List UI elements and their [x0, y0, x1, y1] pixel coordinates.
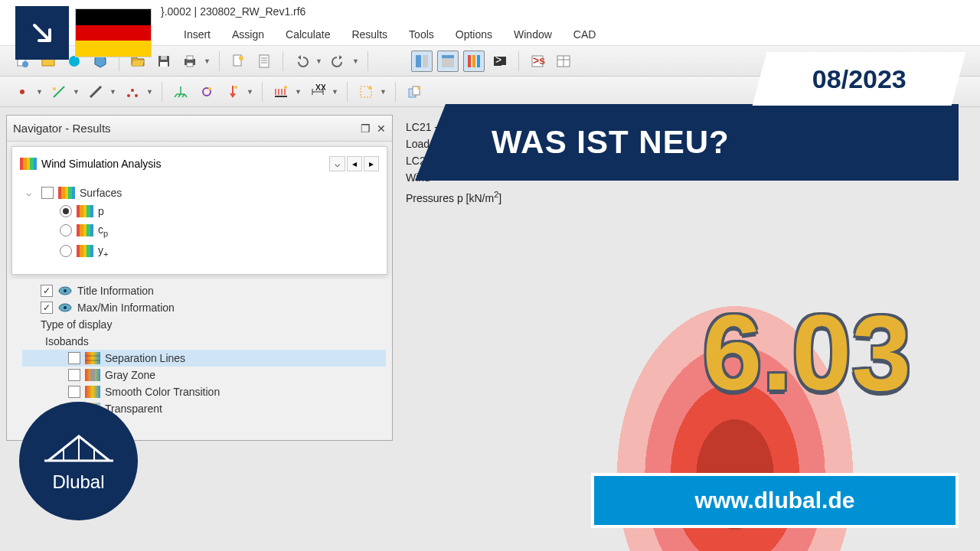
nodes-icon[interactable] — [122, 81, 143, 103]
dropdown-icon[interactable]: ▼ — [380, 88, 387, 96]
svg-point-50 — [417, 86, 420, 90]
expand-icon[interactable]: ⌵ — [26, 187, 37, 198]
node-icon[interactable] — [11, 81, 33, 103]
dimension-icon[interactable]: xx — [307, 81, 328, 103]
menu-cad[interactable]: CAD — [573, 28, 596, 41]
dropdown-icon[interactable]: ▼ — [295, 88, 302, 96]
gradient-icon — [85, 369, 100, 381]
dropdown-icon[interactable]: ▼ — [146, 88, 154, 96]
svg-rect-5 — [160, 62, 168, 67]
tree-label: p — [98, 205, 104, 217]
tree-yplus[interactable]: y+ — [26, 241, 373, 262]
url-text: www.dlubal.de — [695, 487, 855, 514]
url-banner: www.dlubal.de — [591, 473, 959, 528]
dropdown-icon[interactable]: ▼ — [352, 57, 360, 65]
panel2-icon[interactable] — [437, 51, 459, 72]
tree-gray-zone[interactable]: Gray Zone — [22, 367, 386, 383]
tree-type-display[interactable]: Type of display — [22, 316, 386, 333]
tree-cp[interactable]: cp — [26, 220, 373, 241]
svg-point-35 — [135, 94, 138, 97]
dropdown-icon[interactable]: ▼ — [247, 88, 254, 96]
svg-point-31 — [53, 87, 56, 90]
results-icon — [77, 205, 93, 217]
script-icon[interactable]: >sc — [527, 51, 548, 72]
menu-tools[interactable]: Tools — [409, 28, 434, 41]
svg-rect-8 — [187, 63, 193, 67]
svg-rect-20 — [472, 55, 475, 67]
checkbox[interactable] — [41, 285, 53, 297]
dropdown-icon[interactable]: ▼ — [315, 57, 323, 65]
load-point-icon[interactable] — [222, 81, 243, 103]
dropdown-icon[interactable]: ▼ — [332, 88, 339, 96]
undo-icon[interactable] — [291, 51, 312, 72]
checkbox[interactable] — [68, 369, 80, 381]
tree-p[interactable]: p — [26, 202, 373, 220]
next-icon[interactable]: ▸ — [364, 156, 379, 171]
print-icon[interactable] — [179, 51, 201, 72]
panel1-icon[interactable] — [411, 51, 433, 72]
tree-maxmin-info[interactable]: Max/Min Information — [22, 299, 386, 316]
menu-assign[interactable]: Assign — [232, 28, 264, 41]
checkbox[interactable] — [41, 302, 53, 314]
tree-label: Smooth Color Transition — [105, 386, 220, 398]
tree-surfaces[interactable]: ⌵Surfaces — [26, 184, 373, 202]
svg-rect-60 — [85, 386, 100, 398]
checkbox[interactable] — [68, 386, 80, 398]
member-icon[interactable] — [85, 81, 106, 103]
new-doc-icon[interactable] — [227, 51, 249, 72]
close-icon[interactable]: ✕ — [377, 122, 386, 135]
support-icon[interactable] — [170, 81, 191, 103]
detach-icon[interactable]: ❐ — [361, 122, 371, 135]
svg-rect-7 — [187, 56, 193, 60]
prev-icon[interactable]: ◂ — [347, 156, 362, 171]
tree-label: Isobands — [45, 335, 89, 347]
load-line-icon[interactable] — [270, 81, 292, 103]
gradient-icon — [85, 386, 100, 398]
menu-window[interactable]: Window — [514, 28, 552, 41]
toolbar-separator — [162, 82, 162, 102]
checkbox[interactable] — [41, 187, 54, 199]
svg-point-29 — [20, 90, 24, 94]
dropdown-icon[interactable]: ▼ — [109, 88, 117, 96]
results-icon — [20, 158, 37, 170]
select-icon[interactable] — [355, 81, 377, 103]
svg-rect-15 — [416, 55, 421, 67]
toolbar-separator — [262, 82, 263, 102]
tree-isobands[interactable]: Isobands — [22, 333, 386, 350]
radio[interactable] — [60, 224, 72, 236]
tree-separation-lines[interactable]: Separation Lines — [22, 350, 386, 367]
menu-calculate[interactable]: Calculate — [286, 28, 330, 41]
analysis-dropdown-icon[interactable]: ⌵ — [329, 156, 345, 171]
results-icon — [77, 245, 93, 257]
checkbox[interactable] — [68, 352, 80, 364]
copy-icon[interactable] — [403, 81, 425, 103]
svg-text:>_: >_ — [495, 54, 508, 66]
title-text: }.0002 | 230802_RW_Rev1.rf6 — [161, 5, 305, 18]
menu-options[interactable]: Options — [456, 28, 492, 41]
logo-text: Dlubal — [52, 471, 104, 493]
line-icon[interactable] — [48, 81, 70, 103]
table-icon[interactable] — [553, 51, 574, 72]
svg-point-37 — [208, 87, 211, 90]
svg-rect-16 — [423, 55, 428, 67]
hinge-icon[interactable] — [196, 81, 217, 103]
german-flag-icon — [75, 8, 152, 57]
tree-title-info[interactable]: Title Information — [22, 282, 386, 299]
dropdown-icon[interactable]: ▼ — [204, 57, 211, 65]
document-icon[interactable] — [253, 51, 275, 72]
redo-icon[interactable] — [328, 51, 349, 72]
panel3-icon[interactable] — [463, 51, 485, 72]
radio[interactable] — [60, 205, 72, 217]
console-icon[interactable]: >_ — [489, 51, 511, 72]
save-icon[interactable] — [153, 51, 175, 72]
tree-smooth[interactable]: Smooth Color Transition — [22, 383, 386, 400]
menu-results[interactable]: Results — [351, 28, 387, 41]
menu-insert[interactable]: Insert — [184, 28, 211, 41]
date-text: 08/2023 — [812, 64, 906, 94]
dropdown-icon[interactable]: ▼ — [73, 88, 80, 96]
svg-point-33 — [127, 94, 130, 97]
dropdown-icon[interactable]: ▼ — [36, 88, 44, 96]
radio[interactable] — [60, 245, 72, 257]
svg-rect-18 — [442, 55, 454, 58]
dlubal-logo: Dlubal — [19, 402, 138, 520]
